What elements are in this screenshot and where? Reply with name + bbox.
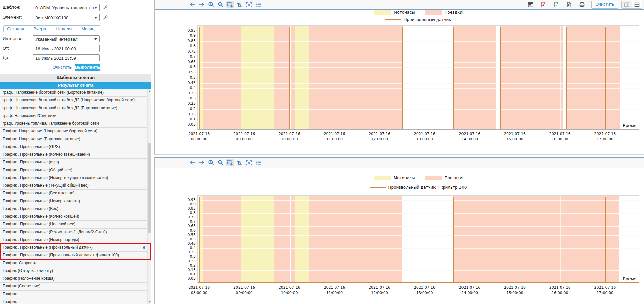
chart-toolbar: x [155, 158, 644, 168]
chart-clear-button[interactable]: Очистить [591, 1, 618, 9]
list-item[interactable]: График . Произвольные (Произвольный датч… [0, 244, 147, 252]
element-settings-wrench-icon[interactable] [102, 14, 108, 20]
y-axis-tick-label: 0.2 [184, 263, 196, 268]
svg-text:x: x [239, 160, 241, 163]
period-button-2[interactable]: Неделя [52, 26, 76, 32]
templates-header[interactable]: Шаблоны отчетов [0, 74, 151, 82]
execute-button[interactable]: Выполнить [75, 64, 100, 71]
list-item[interactable]: График . Произвольные (Кол-во взвешивани… [0, 151, 147, 159]
x-axis-tick-label: 2021-07-1608:00:00 [183, 285, 215, 295]
clear-button[interactable]: Очистить [51, 64, 73, 71]
y-axis-tick-label: 0.15 [184, 112, 196, 116]
period-button-3[interactable]: Месяц [76, 26, 100, 32]
list-item[interactable]: График . Произвольные (GPS) [0, 143, 147, 151]
zoom-selection-icon[interactable] [226, 159, 234, 166]
period-button-0[interactable]: Сегодня [4, 26, 28, 32]
back-arrow[interactable] [188, 1, 196, 8]
fit-screen-icon[interactable] [245, 1, 253, 8]
zoom-out-icon[interactable] [217, 159, 225, 166]
y-axis-tick-label: 0.55 [184, 70, 196, 74]
result-header[interactable]: Результат отчета [0, 82, 151, 89]
list-scrollbar-thumb[interactable] [148, 143, 151, 233]
from-date-input[interactable]: 16 Июль 2021 00:00 [33, 45, 100, 52]
list-item[interactable]: граф. Напряжение бортовой сети без ДЗ (Н… [0, 97, 147, 104]
y-axis-tick-label: 0.45 [184, 241, 196, 246]
print-icon[interactable] [576, 1, 588, 9]
zoom-in-icon[interactable] [207, 159, 215, 166]
list-item[interactable]: График . Произвольные (Вес) [0, 205, 147, 213]
y-axis-tick-label: 0.65 [184, 224, 196, 228]
scroll-down-icon[interactable] [148, 301, 151, 303]
list-item[interactable]: График . Произвольные (Произвольный датч… [0, 252, 147, 260]
y-axis-line [186, 25, 186, 130]
y-axis-tick-label: 0.75 [184, 215, 196, 219]
plot-area[interactable]: Время [197, 195, 639, 283]
x-axis-tick-label: 2021-07-1612:00:00 [363, 131, 396, 142]
list-item[interactable]: График . Произвольные (Номер породы) [0, 236, 147, 244]
list-item[interactable]: График . Произвольные (Номер клиента) [0, 197, 147, 205]
x-axis-tick-label: 2021-07-1613:00:00 [409, 285, 441, 295]
forward-arrow[interactable] [198, 1, 206, 8]
report-icon[interactable] [525, 1, 537, 9]
chevron-down-icon [94, 7, 97, 9]
y-axis-tick-label: 0.1 [184, 272, 196, 276]
list-item[interactable]: График . Произвольные (Текущий общий вес… [0, 182, 147, 190]
legend-label: Моточасы [394, 176, 415, 180]
legend-list-icon[interactable] [254, 1, 262, 8]
period-button-1[interactable]: Вчера [28, 26, 52, 32]
split-view-icon[interactable] [632, 1, 642, 8]
plot-area[interactable]: Время [197, 25, 639, 130]
zoom-out-icon[interactable] [217, 1, 225, 8]
zoom-in-icon[interactable] [207, 1, 215, 8]
map-icon[interactable] [622, 1, 632, 8]
list-item[interactable]: граф. Напряжение бортовой сети без ДЗ (Б… [0, 104, 147, 112]
legend-list-icon[interactable] [254, 159, 262, 166]
list-item[interactable]: граф. Напряжение/Спутники [0, 112, 147, 120]
list-item[interactable]: График (Состояние) [0, 283, 147, 291]
sensor-line-segment [566, 27, 606, 130]
list-item[interactable]: граф. Уровень топлива/Напряжение бортово… [0, 120, 147, 128]
list-item[interactable]: граф. Напряжение бортовой сети (Бортовое… [0, 89, 147, 97]
pdf-icon[interactable]: A [537, 1, 550, 9]
list-item[interactable]: График (Положение ковша) [0, 275, 147, 283]
list-item[interactable]: График . Произвольные (Номер текущего вз… [0, 174, 147, 182]
x-axis-tick-label: 2021-07-1612:00:00 [363, 285, 396, 295]
element-select-value: Зил М001ХС190 [35, 15, 68, 20]
zoom-selection-icon[interactable] [226, 1, 234, 8]
back-arrow[interactable] [188, 159, 196, 166]
y-axis-tick-label: 0.8 [184, 44, 196, 48]
to-date-value: 16 Июль 2021 23:59 [35, 56, 76, 61]
template-settings-wrench-icon[interactable] [102, 5, 108, 10]
y-axis-tick-label: 0.35 [184, 250, 196, 254]
excel-icon[interactable]: x [550, 1, 563, 9]
list-item[interactable]: График. Напряжение (Бортовое питание) [0, 135, 147, 143]
x-axis-tick-label: 2021-07-1617:00:00 [589, 131, 621, 142]
y-axis-tick-label: 0.35 [184, 91, 196, 95]
list-item[interactable]: График [0, 291, 147, 298]
list-item[interactable]: График. Скорость [0, 260, 147, 267]
list-item[interactable]: График . Произвольные (Кол-во ковшей) [0, 213, 147, 221]
y-axis-tick-label: 0.3 [184, 96, 196, 100]
element-select[interactable]: Зил М001ХС190 [33, 14, 100, 21]
list-item[interactable]: График [0, 298, 147, 304]
interval-select[interactable]: Указанный интервал [33, 35, 100, 42]
export-icon[interactable] [563, 1, 576, 9]
template-select[interactable]: 0. ADM_Уровень топлива + з... [33, 4, 100, 11]
list-item[interactable]: График (Отгрузка клиенту) [0, 267, 147, 275]
x-axis-scale-icon[interactable]: x [235, 1, 244, 8]
list-item[interactable]: График . Произвольные (Вес в ковше) [0, 190, 147, 197]
list-item[interactable]: График . Произвольные (Общий вес) [0, 166, 147, 174]
gridline-v-over [425, 26, 425, 129]
x-axis-scale-icon[interactable]: x [235, 159, 244, 166]
chart-toolbar-left-icons: x [188, 1, 262, 8]
legend-swatch-icon [425, 176, 442, 180]
forward-arrow[interactable] [198, 159, 206, 166]
y-axis-tick-label: 0.05 [184, 122, 196, 127]
list-item[interactable]: График. Напряжение (Напряжение бортовой … [0, 128, 147, 135]
list-item[interactable]: График . Произвольные (Целевой вес) [0, 221, 147, 229]
to-date-input[interactable]: 16 Июль 2021 23:59 [33, 54, 100, 61]
scroll-up-icon[interactable] [148, 90, 151, 92]
fit-screen-icon[interactable] [245, 159, 253, 166]
list-item[interactable]: График . Произвольные (gsm) [0, 159, 147, 166]
list-item[interactable]: График . Произвольные (Режим вз-ия(1-Дин… [0, 229, 147, 236]
